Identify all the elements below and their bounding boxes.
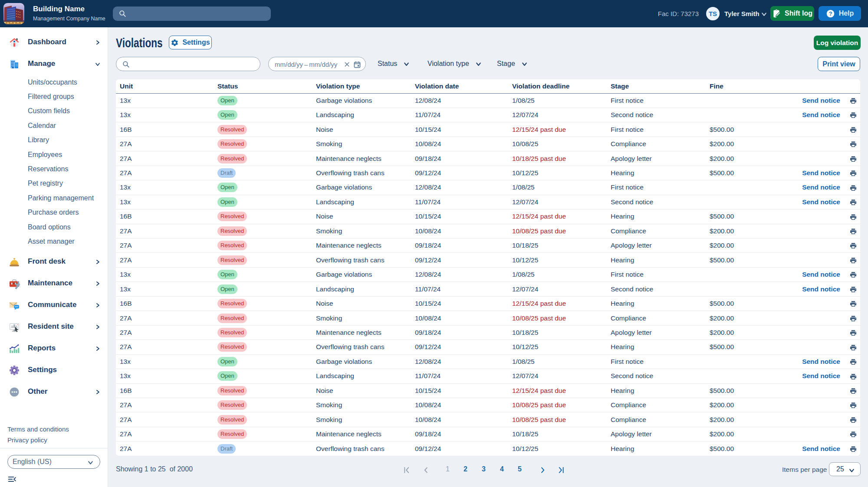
svg-text:?: ? [829,10,832,16]
